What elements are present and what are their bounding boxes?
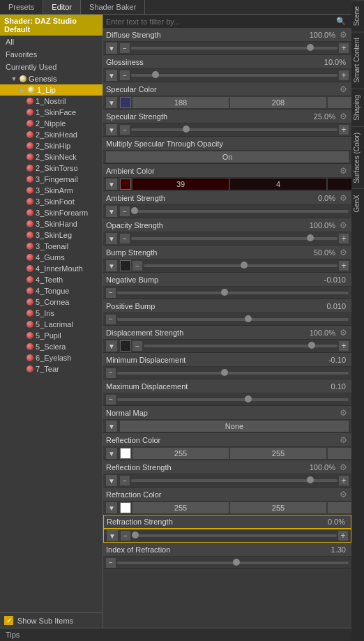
specular-color-g[interactable]	[230, 97, 326, 108]
tree-2skinneck[interactable]: 2_SkinNeck	[0, 151, 103, 163]
tree-2skinhead[interactable]: 2_SkinHead	[0, 129, 103, 140]
tree-genesis[interactable]: ▼ Genesis	[0, 73, 103, 84]
bump-strength-gear[interactable]: ⚙	[338, 248, 349, 257]
tree-2skinhip[interactable]: 2_SkinHip	[0, 140, 103, 151]
diffuse-strength-arrow[interactable]: ▼	[106, 43, 117, 54]
tree-6eyelash[interactable]: 6_Eyelash	[0, 352, 103, 363]
specular-strength-minus[interactable]: −	[120, 125, 130, 135]
tree-1skinface[interactable]: 1_SkinFace	[0, 107, 103, 118]
tree-5iris[interactable]: 5_Iris	[0, 308, 103, 319]
min-displacement-slider[interactable]	[117, 372, 349, 375]
max-displacement-slider[interactable]	[117, 398, 349, 401]
glossiness-plus[interactable]: +	[339, 70, 349, 80]
ambient-strength-minus[interactable]: −	[120, 206, 130, 216]
refraction-color-r[interactable]	[132, 502, 229, 513]
specular-color-b[interactable]	[328, 97, 351, 108]
reflection-strength-slider[interactable]	[131, 479, 338, 482]
tree-7tear[interactable]: 7_Tear	[0, 363, 103, 375]
tree-5pupil[interactable]: 5_Pupil	[0, 330, 103, 341]
positive-bump-minus[interactable]: −	[106, 315, 116, 324]
ambient-color-b[interactable]	[328, 179, 351, 190]
specular-strength-plus[interactable]: +	[339, 125, 349, 135]
refraction-strength-minus[interactable]: −	[121, 531, 130, 541]
tree-5cornea[interactable]: 5_Cornea	[0, 296, 103, 308]
tree-1lip[interactable]: ▶ 1_Lip	[0, 84, 103, 96]
specular-color-r[interactable]	[132, 97, 229, 108]
displacement-strength-plus[interactable]: +	[339, 341, 349, 351]
specular-strength-slider[interactable]	[131, 128, 338, 131]
glossiness-minus[interactable]: −	[120, 70, 130, 80]
show-sub-items[interactable]: ✓ Show Sub Items	[0, 612, 103, 628]
refraction-strength-slider[interactable]	[132, 534, 337, 537]
shaping-tab[interactable]: Shaping	[351, 89, 364, 126]
reflection-color-b[interactable]	[328, 448, 351, 459]
filter-favorites[interactable]: Favorites	[0, 48, 103, 61]
tree-3skinhand[interactable]: 3_SkinHand	[0, 218, 103, 229]
smart-content-tab[interactable]: Smart Content	[351, 31, 364, 88]
tree-3fingernail[interactable]: 3_Fingernail	[0, 174, 103, 185]
specular-color-arrow[interactable]: ▼	[106, 97, 117, 108]
opacity-strength-minus[interactable]: −	[120, 234, 130, 243]
negative-bump-minus[interactable]: −	[106, 288, 116, 298]
max-displacement-minus[interactable]: −	[106, 395, 116, 405]
reflection-color-g[interactable]	[230, 448, 326, 459]
diffuse-strength-gear[interactable]: ⚙	[338, 30, 349, 40]
normal-map-gear[interactable]: ⚙	[338, 408, 349, 418]
bump-strength-minus[interactable]: −	[132, 261, 142, 271]
specular-color-swatch[interactable]	[120, 97, 131, 108]
displacement-strength-slider[interactable]	[144, 345, 338, 347]
reflection-color-r[interactable]	[132, 448, 229, 459]
normal-map-arrow[interactable]: ▼	[106, 421, 117, 432]
refraction-color-swatch[interactable]	[120, 502, 131, 513]
tree-4innermouth[interactable]: 4_InnerMouth	[0, 263, 103, 274]
reflection-color-arrow[interactable]: ▼	[106, 448, 117, 459]
ambient-color-gear[interactable]: ⚙	[338, 166, 349, 176]
ambient-color-arrow[interactable]: ▼	[106, 179, 117, 190]
shader-baker-tab[interactable]: Shader Baker	[81, 0, 145, 14]
ambient-color-swatch[interactable]	[120, 179, 131, 190]
tree-3skinforearm[interactable]: 3_SkinForearm	[0, 207, 103, 218]
index-refraction-minus[interactable]: −	[106, 558, 116, 568]
ambient-color-r[interactable]	[132, 179, 229, 190]
index-refraction-slider[interactable]	[117, 561, 349, 564]
reflection-strength-plus[interactable]: +	[339, 476, 349, 485]
reflection-color-gear[interactable]: ⚙	[338, 435, 349, 445]
tree-3skinarm[interactable]: 3_SkinArm	[0, 185, 103, 196]
bump-strength-slider[interactable]	[144, 264, 338, 267]
refraction-strength-plus[interactable]: +	[338, 531, 348, 541]
reflection-color-swatch[interactable]	[120, 448, 131, 459]
tree-4teeth[interactable]: 4_Teeth	[0, 274, 103, 285]
surfaces-color-tab[interactable]: Surfaces (Color)	[351, 126, 364, 189]
specular-color-gear[interactable]: ⚙	[338, 84, 349, 94]
glossiness-slider[interactable]	[131, 74, 338, 77]
presets-tab[interactable]: Presets	[0, 0, 43, 14]
bump-strength-arrow[interactable]: ▼	[106, 260, 117, 271]
refraction-color-arrow[interactable]: ▼	[106, 502, 117, 513]
tree-3skinleg[interactable]: 3_SkinLeg	[0, 229, 103, 241]
ambient-color-g[interactable]	[230, 179, 326, 190]
tree-2skintorso[interactable]: 2_SkinTorso	[0, 163, 103, 174]
refraction-color-b[interactable]	[328, 502, 351, 513]
glossiness-arrow[interactable]: ▼	[106, 70, 117, 81]
reflection-strength-gear[interactable]: ⚙	[338, 462, 349, 472]
tree-5sclera[interactable]: 5_Sclera	[0, 341, 103, 352]
displacement-strength-minus[interactable]: −	[132, 341, 142, 351]
opacity-strength-arrow[interactable]: ▼	[106, 233, 117, 244]
displacement-strength-arrow[interactable]: ▼	[106, 340, 117, 352]
opacity-strength-slider[interactable]	[131, 237, 338, 240]
specular-strength-arrow[interactable]: ▼	[106, 124, 117, 135]
reflection-strength-arrow[interactable]: ▼	[106, 475, 117, 486]
tree-5lacrimal[interactable]: 5_Lacrimal	[0, 319, 103, 330]
diffuse-strength-plus[interactable]: +	[339, 43, 349, 53]
specular-strength-gear[interactable]: ⚙	[338, 112, 349, 121]
search-input[interactable]	[106, 17, 333, 26]
opacity-strength-plus[interactable]: +	[339, 234, 349, 243]
displacement-strength-gear[interactable]: ⚙	[338, 328, 349, 338]
tree-1nostril[interactable]: 1_Nostril	[0, 96, 103, 107]
show-sub-checkbox[interactable]: ✓	[4, 616, 13, 625]
filter-currently-used[interactable]: Currently Used	[0, 61, 103, 73]
scene-tab[interactable]: Scene	[351, 0, 364, 31]
refraction-strength-arrow[interactable]: ▼	[107, 530, 118, 541]
refraction-color-g[interactable]	[230, 502, 326, 513]
ambient-strength-gear[interactable]: ⚙	[338, 193, 349, 203]
